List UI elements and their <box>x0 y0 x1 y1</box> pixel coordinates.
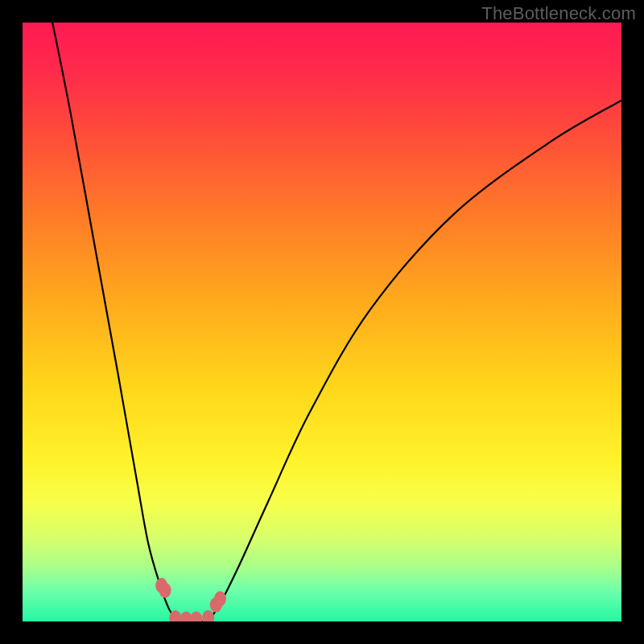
curve-marker <box>180 612 192 621</box>
curve-marker <box>202 610 214 621</box>
curve-marker <box>214 591 226 606</box>
curve-marker <box>159 583 171 598</box>
watermark-text: TheBottleneck.com <box>481 3 636 24</box>
curve-marker <box>210 597 222 613</box>
bottleneck-curve <box>23 23 621 621</box>
curve-marker <box>169 610 181 621</box>
curve-marker <box>190 612 202 621</box>
curve-path <box>52 23 621 621</box>
marker-layer <box>155 578 226 621</box>
curve-marker <box>155 578 167 593</box>
chart-frame <box>23 23 621 621</box>
